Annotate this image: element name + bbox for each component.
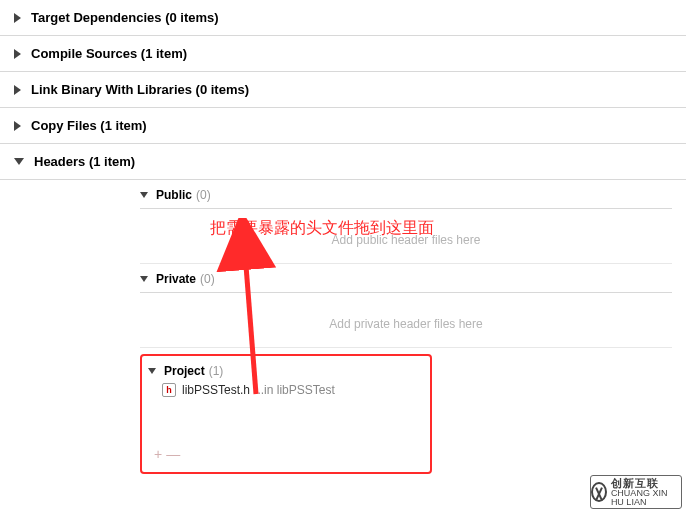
phase-label: Target Dependencies (0 items) [31,10,219,25]
headers-project-group[interactable]: Project (1) [148,356,424,380]
headers-project-group-highlighted: Project (1) h libPSSTest.h ...in libPSST… [140,354,432,474]
header-file-icon: h [162,383,176,397]
phase-label: Link Binary With Libraries (0 items) [31,82,249,97]
watermark-text: 创新互联 CHUANG XIN HU LIAN [611,478,681,507]
disclosure-triangle-icon [14,85,21,95]
file-name: libPSSTest.h [182,383,250,397]
remove-button[interactable]: — [166,446,180,462]
disclosure-triangle-icon [14,13,21,23]
phase-target-dependencies[interactable]: Target Dependencies (0 items) [0,0,686,36]
group-label: Project [164,364,205,378]
phase-link-binary[interactable]: Link Binary With Libraries (0 items) [0,72,686,108]
phase-label: Copy Files (1 item) [31,118,147,133]
headers-public-group[interactable]: Public (0) [140,180,672,209]
disclosure-triangle-icon [14,121,21,131]
add-button[interactable]: + [154,446,162,462]
group-label: Public [156,188,192,202]
phase-headers[interactable]: Headers (1 item) [0,144,686,180]
disclosure-triangle-down-icon [140,192,148,198]
watermark-icon [591,482,607,502]
disclosure-triangle-down-icon [14,158,24,165]
group-count: (1) [209,364,224,378]
group-count: (0) [196,188,211,202]
disclosure-triangle-down-icon [148,368,156,374]
phase-copy-files[interactable]: Copy Files (1 item) [0,108,686,144]
phase-label: Compile Sources (1 item) [31,46,187,61]
private-placeholder[interactable]: Add private header files here [140,293,672,348]
header-file-row[interactable]: h libPSSTest.h ...in libPSSTest [148,380,424,400]
disclosure-triangle-down-icon [140,276,148,282]
headers-private-group[interactable]: Private (0) [140,264,672,293]
disclosure-triangle-icon [14,49,21,59]
phase-compile-sources[interactable]: Compile Sources (1 item) [0,36,686,72]
watermark-logo: 创新互联 CHUANG XIN HU LIAN [590,475,682,509]
phase-label: Headers (1 item) [34,154,135,169]
group-count: (0) [200,272,215,286]
file-location: ...in libPSSTest [254,383,335,397]
annotation-text: 把需要暴露的头文件拖到这里面 [210,218,434,239]
group-label: Private [156,272,196,286]
